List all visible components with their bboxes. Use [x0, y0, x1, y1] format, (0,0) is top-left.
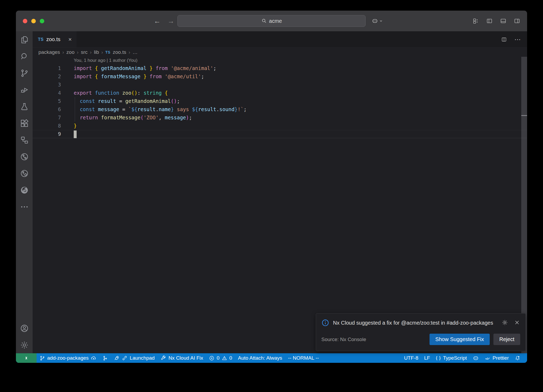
cloud-upload-icon [91, 355, 97, 361]
sidebar-item-source-control[interactable] [16, 65, 33, 81]
code-line[interactable]: 9 [33, 130, 527, 138]
notification-settings-gear-icon[interactable] [502, 319, 508, 326]
notification-source: Source: Nx Console [321, 337, 366, 342]
back-arrow-icon[interactable]: ← [154, 18, 161, 24]
gitlens-icon [20, 152, 29, 161]
notification-message: Nx Cloud suggested a fix for @acme/zoo:t… [333, 319, 498, 327]
breadcrumb-item[interactable]: zoo [66, 49, 75, 55]
bell-icon [515, 355, 520, 361]
vim-mode-label: -- NORMAL -- [288, 355, 319, 361]
sidebar-item-run-debug[interactable] [16, 81, 33, 98]
code-line[interactable]: 1import { getRandomAnimal } from '@acme/… [33, 64, 527, 72]
tab-zoo-ts[interactable]: TS zoo.ts × [33, 31, 77, 47]
tab-label: zoo.ts [46, 36, 60, 42]
editor-more-actions-icon[interactable]: ⋯ [514, 36, 521, 43]
extensions-icon [20, 119, 29, 128]
code-line[interactable]: 2import { formatMessage } from '@acme/ut… [33, 72, 527, 81]
close-tab-icon[interactable]: × [68, 36, 72, 43]
breadcrumb-file[interactable]: zoo.ts [113, 49, 126, 55]
hierarchy-icon [20, 136, 29, 145]
copilot-icon [372, 18, 378, 24]
minimize-window-button[interactable] [31, 19, 36, 23]
close-icon[interactable] [514, 319, 520, 326]
breadcrumb-symbol-more[interactable]: … [133, 49, 138, 55]
panel-left-icon[interactable] [486, 18, 493, 24]
code-line[interactable]: 8} [33, 122, 527, 130]
reject-button[interactable]: Reject [493, 334, 520, 345]
sidebar-item-gitlens-inspect[interactable] [16, 165, 33, 182]
vim-mode-status[interactable]: -- NORMAL -- [285, 353, 322, 363]
branch-name: add-zoo-packages [47, 355, 89, 361]
close-window-button[interactable] [23, 19, 27, 23]
breadcrumb: packages › zoo › src › lib › TS zoo.ts ›… [33, 48, 527, 57]
customize-layout-icon[interactable] [472, 18, 479, 24]
git-graph-status[interactable] [99, 353, 111, 363]
code-line[interactable]: 5 const result = getRandomAnimal(); [33, 97, 527, 105]
breadcrumb-item[interactable]: packages [38, 49, 60, 55]
breadcrumb-separator: › [90, 50, 91, 55]
more-views-button[interactable] [16, 198, 33, 215]
code-line[interactable]: 7 return formatMessage('ZOO', message); [33, 114, 527, 122]
line-content [74, 130, 77, 138]
copilot-menu-button[interactable] [372, 18, 383, 24]
panel-bottom-icon[interactable] [500, 18, 506, 24]
line-content: const result = getRandomAnimal(); [74, 97, 180, 105]
panel-right-icon[interactable] [514, 18, 520, 24]
line-number: 3 [33, 81, 74, 89]
breadcrumb-separator: › [129, 50, 130, 55]
sidebar-item-edge-devtools[interactable] [16, 182, 33, 198]
sidebar-item-extensions[interactable] [16, 115, 33, 132]
settings-gear-icon [20, 341, 29, 350]
sidebar-item-search[interactable] [16, 48, 33, 65]
show-suggested-fix-button[interactable]: Show Suggested Fix [430, 334, 490, 345]
wrench-icon [160, 355, 166, 361]
accounts-button[interactable] [16, 320, 33, 337]
auto-attach-status[interactable]: Auto Attach: Always [235, 353, 285, 363]
git-branch-icon [40, 355, 45, 361]
typescript-file-icon: TS [38, 37, 43, 42]
source-control-icon [20, 69, 29, 78]
line-number: 5 [33, 97, 74, 105]
editor-scrollbar[interactable] [521, 57, 527, 353]
settings-button[interactable] [16, 337, 33, 353]
editor-pane[interactable]: You, 1 hour ago | 1 author (You) 1import… [33, 57, 527, 353]
sidebar-item-gitlens[interactable] [16, 148, 33, 165]
encoding-status[interactable]: UTF-8 [401, 355, 421, 361]
remote-indicator-button[interactable] [16, 353, 37, 363]
rocket-icon [114, 355, 120, 361]
command-center-search[interactable]: acme [177, 15, 366, 27]
accounts-icon [20, 324, 29, 333]
auto-attach-label: Auto Attach: Always [238, 355, 282, 361]
code-line[interactable]: 3 [33, 81, 527, 89]
breadcrumb-item[interactable]: src [81, 49, 87, 55]
breadcrumb-item[interactable]: lib [94, 49, 99, 55]
nx-cloud-ai-fix-status[interactable]: Nx Cloud AI Fix [157, 353, 206, 363]
copilot-status[interactable] [470, 355, 482, 361]
testing-icon [20, 102, 29, 111]
search-icon [261, 18, 267, 24]
sidebar-item-hierarchy[interactable] [16, 132, 33, 148]
problems-status[interactable]: 0 0 [206, 353, 235, 363]
git-branch-status[interactable]: add-zoo-packages [37, 353, 99, 363]
sidebar-item-explorer[interactable] [16, 31, 33, 48]
language-status[interactable]: { } TypeScript [433, 355, 470, 361]
line-number: 2 [33, 72, 74, 81]
gitlens-blame-codelens[interactable]: You, 1 hour ago | 1 author (You) [33, 57, 527, 64]
encoding-label: UTF-8 [404, 355, 418, 361]
eol-status[interactable]: LF [421, 355, 433, 361]
launchpad-status[interactable]: Launchpad [111, 353, 157, 363]
title-bar: ← → acme [16, 11, 527, 31]
forward-arrow-icon[interactable]: → [168, 18, 174, 24]
split-editor-icon[interactable] [501, 37, 507, 42]
code-line[interactable]: 4export function zoo(): string { [33, 89, 527, 97]
prettier-status[interactable]: Prettier [482, 355, 512, 361]
code-lines: 1import { getRandomAnimal } from '@acme/… [33, 64, 527, 138]
sidebar-item-testing[interactable] [16, 98, 33, 115]
launchpad-label: Launchpad [130, 355, 155, 361]
zoom-window-button[interactable] [40, 19, 44, 23]
typescript-file-icon: TS [105, 50, 110, 54]
gitlens-inspect-icon [20, 169, 29, 178]
notifications-bell-button[interactable] [512, 355, 523, 361]
vscode-window: ← → acme [16, 11, 527, 363]
code-line[interactable]: 6 const message = `${result.name} says $… [33, 105, 527, 114]
